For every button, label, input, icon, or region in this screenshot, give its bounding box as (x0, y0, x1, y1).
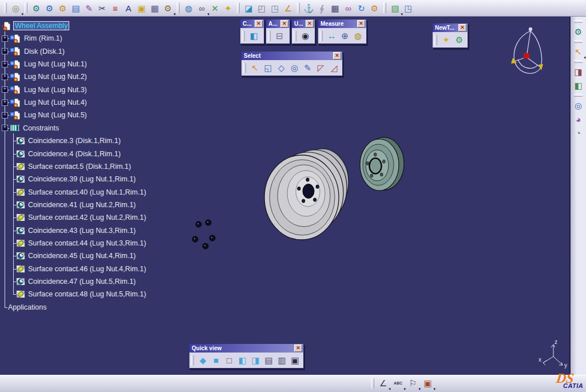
tree-label[interactable]: Surface contact.46 (Lug Nut.4,Rim.1) (27, 265, 147, 273)
callout-flag-icon[interactable]: ⚐▾ (406, 377, 419, 390)
update-refresh-icon[interactable]: ↻ (355, 2, 368, 15)
tree-label[interactable]: Lug Nut (Lug Nut.3) (23, 86, 88, 94)
disk-model[interactable] (360, 137, 404, 191)
green-gears-icon[interactable]: ⚙ (453, 33, 466, 46)
drag-handle[interactable] (268, 31, 271, 41)
paste-clipboard-icon[interactable]: ▣ (135, 2, 148, 15)
drag-handle[interactable] (434, 35, 437, 45)
lug-nuts-model[interactable] (192, 220, 215, 249)
binoculars-search-icon[interactable]: ∞▾ (195, 2, 208, 15)
toolbar-titlebar[interactable]: Quick view ✕ (189, 344, 303, 353)
tree-label[interactable]: Lug Nut (Lug Nut.1) (23, 60, 88, 68)
toolbar-titlebar[interactable]: C... ✕ (240, 19, 264, 28)
component-edit-icon[interactable]: ✎ (82, 2, 96, 15)
update-all-icon[interactable]: ◉ (299, 29, 312, 42)
drag-handle[interactable] (574, 60, 583, 63)
tree-node-constraint[interactable]: Coincidence.3 (Disk.1,Rim.1) (16, 134, 122, 147)
fast-instantiation-icon[interactable]: ⚙▾ (161, 2, 175, 15)
new-component-icon[interactable]: ⚙ (30, 2, 43, 15)
bottom-view-icon[interactable]: ▥ (275, 354, 288, 367)
axis-measure-icon[interactable]: ∠▾ (377, 377, 390, 390)
left-view-icon[interactable]: ◧ (236, 354, 249, 367)
tree-node-constraint[interactable]: Coincidence.45 (Lug Nut.4,Rim.1) (16, 250, 137, 262)
tree-label[interactable]: Coincidence.47 (Lug Nut.5,Rim.1) (27, 278, 137, 286)
drag-handle[interactable] (574, 40, 583, 43)
measure-item-icon[interactable]: ⊕ (338, 29, 351, 42)
trap-below-icon[interactable]: ◿ (327, 61, 340, 74)
toolbar-titlebar[interactable]: Select ✕ (241, 52, 342, 60)
close-icon[interactable]: ✕ (333, 52, 341, 60)
expander-plus-icon[interactable]: + (2, 48, 8, 54)
new-part-icon[interactable]: ⚙ (56, 2, 69, 15)
expander-plus-icon[interactable]: + (2, 112, 8, 118)
numbering-list-icon[interactable]: ≡ (109, 2, 122, 15)
tree-label[interactable]: Lug Nut (Lug Nut.2) (23, 73, 88, 81)
tree-node-constraint[interactable]: Surface contact.5 (Disk.1,Rim.1) (16, 160, 132, 173)
close-icon[interactable]: ✕ (357, 20, 365, 27)
toolbar-titlebar[interactable]: NewT... ✕ (433, 23, 468, 32)
tree-node-constraint[interactable]: Surface contact.40 (Lug Nut.1,Rim.1) (16, 186, 147, 199)
expander-plus-icon[interactable]: + (2, 35, 8, 42)
ruler-triangle-icon[interactable]: ∠ (282, 2, 295, 15)
drag-handle[interactable] (191, 355, 194, 366)
front-view-icon[interactable]: ■ (209, 354, 223, 367)
close-icon[interactable]: ✕ (280, 20, 288, 27)
tree-node-part[interactable]: +Lug Nut (Lug Nut.4) (2, 96, 88, 109)
zoom-trap-icon[interactable]: ◎ (288, 61, 301, 74)
trap-above-icon[interactable]: ◸ (314, 61, 327, 74)
compass-free-rotation-handle[interactable] (529, 27, 532, 31)
workbench-icon[interactable]: ◎▾ (9, 2, 22, 15)
tree-node-constraint[interactable]: Surface contact.44 (Lug Nut.3,Rim.1) (16, 237, 147, 250)
tree-label[interactable]: Coincidence.4 (Disk.1,Rim.1) (27, 150, 122, 158)
geometry-trap-icon[interactable]: ◱ (262, 61, 275, 74)
tree-node-part[interactable]: +Rim (Rim.1) (2, 32, 64, 45)
parameter-gears-icon[interactable]: ⚙ (368, 2, 381, 15)
tree-node-part[interactable]: +Disk (Disk.1) (2, 45, 66, 58)
compass-base-square[interactable] (524, 53, 529, 58)
window-pencil-icon[interactable]: ▦ (328, 2, 342, 15)
tree-label[interactable]: Applications (7, 303, 47, 311)
render-box-icon[interactable]: ▣▾ (421, 377, 434, 390)
tree-node-constraint[interactable]: Coincidence.43 (Lug Nut.3,Rim.1) (16, 224, 137, 237)
drag-handle[interactable] (383, 3, 386, 13)
tree-label[interactable]: Coincidence.39 (Lug Nut.1,Rim.1) (27, 175, 137, 183)
drag-handle[interactable] (4, 3, 7, 13)
toolbar-titlebar[interactable]: A... ✕ (266, 19, 290, 28)
text-abc-icon[interactable]: ABC▾ (391, 377, 405, 390)
tree-label[interactable]: Surface contact.5 (Disk.1,Rim.1) (27, 163, 132, 171)
brush-star-icon[interactable]: ✦ (221, 2, 235, 15)
drag-handle[interactable] (371, 378, 374, 389)
anchor-icon[interactable]: ⚓ (302, 2, 315, 15)
tree-label[interactable]: Constraints (22, 124, 60, 132)
tree-label[interactable]: Lug Nut (Lug Nut.4) (23, 98, 88, 106)
link-chain-icon[interactable]: ∞ (342, 2, 355, 15)
expander-plus-icon[interactable]: + (2, 61, 8, 68)
tree-node-part[interactable]: +Lug Nut (Lug Nut.1) (2, 58, 88, 70)
iso-view-icon[interactable]: ◆ (196, 354, 209, 367)
tree-node-part[interactable]: +Lug Nut (Lug Nut.3) (2, 84, 88, 96)
tree-node-constraint[interactable]: Coincidence.47 (Lug Nut.5,Rim.1) (16, 275, 137, 288)
tree-node-constraint[interactable]: Surface contact.48 (Lug Nut.5,Rim.1) (16, 288, 147, 300)
close-icon[interactable]: ✕ (458, 24, 466, 31)
tree-label[interactable]: Disk (Disk.1) (23, 47, 66, 56)
drag-handle[interactable] (242, 31, 245, 41)
box-arrow-icon[interactable]: ◳ (268, 2, 282, 15)
tree-label[interactable]: Coincidence.43 (Lug Nut.3,Rim.1) (27, 227, 137, 235)
close-icon[interactable]: ✕ (255, 20, 263, 27)
shaded-sphere-icon[interactable]: ◕ (572, 112, 585, 126)
right-view-icon[interactable]: ◨ (249, 354, 262, 367)
sector-colors-icon[interactable]: ◔ (572, 126, 585, 140)
tree-label[interactable]: Rim (Rim.1) (23, 34, 64, 42)
tree-label[interactable]: Wheel Assembly (14, 22, 69, 30)
new-product-icon[interactable]: ⚙ (43, 2, 56, 15)
tree-node-part[interactable]: +Lug Nut (Lug Nut.5) (2, 109, 88, 121)
named-views-icon[interactable]: ▣ (288, 354, 302, 367)
clipboard-text-icon[interactable]: A (122, 2, 135, 15)
tree-node-root[interactable]: Wheel Assembly (2, 19, 69, 32)
tree-node-part[interactable]: +Lug Nut (Lug Nut.2) (2, 70, 88, 83)
tree-node-constraints[interactable]: +Constraints (2, 122, 60, 134)
drag-handle[interactable] (574, 94, 583, 97)
drag-handle[interactable] (574, 20, 583, 23)
tree-label[interactable]: Lug Nut (Lug Nut.5) (23, 111, 88, 119)
expander-plus-icon[interactable]: + (2, 125, 8, 131)
